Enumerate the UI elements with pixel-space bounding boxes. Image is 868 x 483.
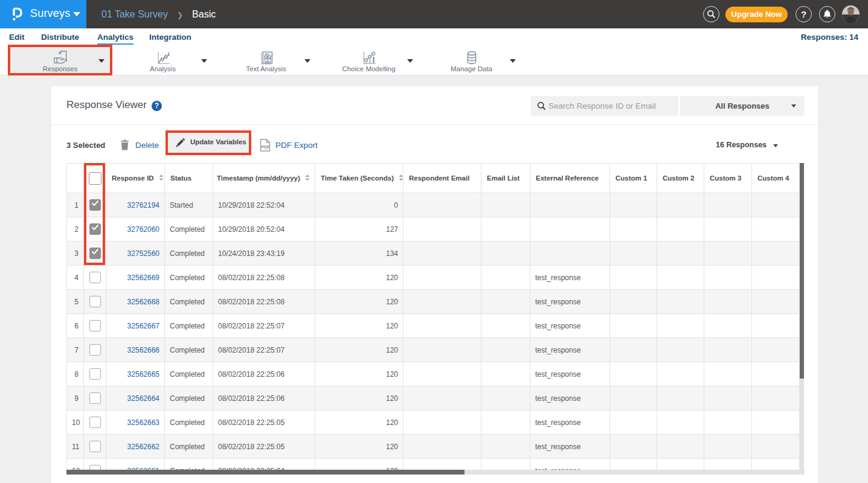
- svg-text:PDF: PDF: [262, 145, 271, 149]
